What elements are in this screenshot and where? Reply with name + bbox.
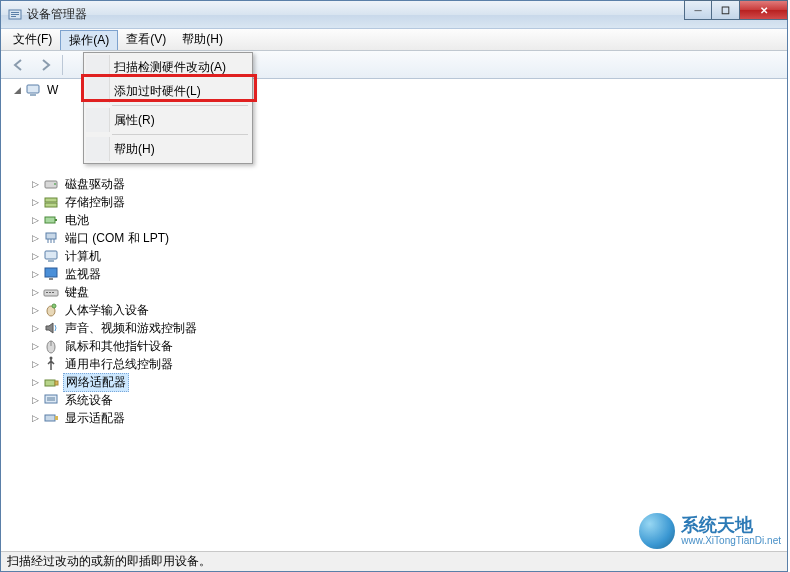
svg-rect-11 [55, 219, 57, 221]
tree-item-label: 键盘 [63, 284, 91, 301]
svg-rect-20 [52, 292, 54, 293]
svg-rect-18 [46, 292, 48, 293]
menu-item-label: 添加过时硬件(L) [114, 83, 201, 100]
tree-item-label: 人体学输入设备 [63, 302, 151, 319]
menubar: 文件(F) 操作(A) 查看(V) 帮助(H) [1, 29, 787, 51]
tree-item[interactable]: ▷系统设备 [5, 391, 783, 409]
expand-icon[interactable]: ▷ [29, 412, 41, 424]
expand-icon[interactable]: ▷ [29, 232, 41, 244]
keyboard-icon [43, 284, 59, 300]
svg-rect-26 [45, 380, 55, 386]
tree-item-label: 磁盘驱动器 [63, 176, 127, 193]
tree-item-label: 鼠标和其他指针设备 [63, 338, 175, 355]
svg-point-7 [54, 183, 56, 185]
statusbar: 扫描经过改动的或新的即插即用设备。 [1, 551, 787, 571]
tree-item[interactable]: ▷人体学输入设备 [5, 301, 783, 319]
svg-rect-1 [11, 12, 19, 13]
expand-icon[interactable]: ▷ [29, 322, 41, 334]
svg-rect-10 [45, 217, 55, 223]
svg-rect-9 [45, 203, 57, 207]
tree-item[interactable]: ▷监视器 [5, 265, 783, 283]
svg-rect-15 [45, 268, 57, 277]
port-icon [43, 230, 59, 246]
tree-root-label: W [45, 83, 60, 97]
svg-rect-30 [45, 415, 55, 421]
minimize-button[interactable]: ─ [684, 0, 712, 20]
tree-item[interactable]: ▷声音、视频和游戏控制器 [5, 319, 783, 337]
computer-icon [43, 248, 59, 264]
svg-rect-4 [27, 85, 39, 93]
svg-point-25 [50, 357, 53, 360]
device-manager-window: 设备管理器 ─ ☐ ✕ 文件(F) 操作(A) 查看(V) 帮助(H) ◢ W … [0, 0, 788, 572]
app-icon [7, 7, 23, 23]
disk-drive-icon [43, 176, 59, 192]
watermark-url: www.XiTongTianDi.net [681, 535, 781, 546]
menu-item-label: 帮助(H) [114, 141, 155, 158]
display-adapter-icon [43, 410, 59, 426]
svg-rect-31 [55, 416, 58, 420]
expand-icon[interactable]: ▷ [29, 394, 41, 406]
system-device-icon [43, 392, 59, 408]
mouse-icon [43, 338, 59, 354]
tree-item-label: 端口 (COM 和 LPT) [63, 230, 171, 247]
computer-icon [25, 82, 41, 98]
tree-item-label: 网络适配器 [63, 373, 129, 392]
tree-item[interactable]: ▷网络适配器 [5, 373, 783, 391]
menu-item-help[interactable]: 帮助(H) [86, 137, 250, 161]
expand-icon[interactable]: ▷ [29, 196, 41, 208]
menu-item-properties[interactable]: 属性(R) [86, 108, 250, 132]
menu-action[interactable]: 操作(A) [60, 30, 118, 50]
tree-item-label: 显示适配器 [63, 410, 127, 427]
svg-rect-2 [11, 14, 19, 15]
svg-rect-5 [30, 94, 36, 96]
expand-icon[interactable]: ▷ [29, 340, 41, 352]
tree-item-label: 通用串行总线控制器 [63, 356, 175, 373]
expand-icon[interactable]: ▷ [29, 358, 41, 370]
action-dropdown: 扫描检测硬件改动(A) 添加过时硬件(L) 属性(R) 帮助(H) [83, 52, 253, 164]
globe-icon [639, 513, 675, 549]
svg-rect-14 [48, 260, 54, 262]
svg-rect-8 [45, 198, 57, 202]
tree-item[interactable]: ▷端口 (COM 和 LPT) [5, 229, 783, 247]
expand-icon[interactable]: ▷ [29, 214, 41, 226]
menu-item-add-legacy-hardware[interactable]: 添加过时硬件(L) [86, 79, 250, 103]
battery-icon [43, 212, 59, 228]
close-button[interactable]: ✕ [740, 0, 788, 20]
expand-icon[interactable]: ▷ [29, 304, 41, 316]
tree-item[interactable]: ▷计算机 [5, 247, 783, 265]
expand-icon[interactable]: ▷ [29, 268, 41, 280]
tree-item[interactable]: ▷磁盘驱动器 [5, 175, 783, 193]
tree-item-label: 计算机 [63, 248, 103, 265]
expand-icon[interactable]: ▷ [29, 250, 41, 262]
menu-item-scan-hardware[interactable]: 扫描检测硬件改动(A) [86, 55, 250, 79]
tree-item[interactable]: ▷电池 [5, 211, 783, 229]
window-controls: ─ ☐ ✕ [684, 0, 788, 20]
expand-icon[interactable]: ▷ [29, 376, 41, 388]
back-button[interactable] [7, 54, 31, 76]
svg-rect-27 [55, 381, 58, 385]
menu-item-label: 扫描检测硬件改动(A) [114, 59, 226, 76]
window-title: 设备管理器 [27, 6, 787, 23]
maximize-button[interactable]: ☐ [712, 0, 740, 20]
tree-item[interactable]: ▷显示适配器 [5, 409, 783, 427]
svg-rect-29 [47, 397, 55, 401]
expand-icon[interactable]: ▷ [29, 286, 41, 298]
tree-item-label: 监视器 [63, 266, 103, 283]
sound-icon [43, 320, 59, 336]
svg-rect-13 [45, 251, 57, 259]
toolbar-separator [62, 55, 63, 75]
tree-item[interactable]: ▷键盘 [5, 283, 783, 301]
titlebar[interactable]: 设备管理器 ─ ☐ ✕ [1, 1, 787, 29]
tree-item[interactable]: ▷通用串行总线控制器 [5, 355, 783, 373]
forward-button[interactable] [33, 54, 57, 76]
storage-controller-icon [43, 194, 59, 210]
tree-item-label: 电池 [63, 212, 91, 229]
menu-view[interactable]: 查看(V) [118, 29, 174, 50]
menu-file[interactable]: 文件(F) [5, 29, 60, 50]
expand-icon[interactable]: ▷ [29, 178, 41, 190]
tree-item[interactable]: ▷存储控制器 [5, 193, 783, 211]
menu-separator [112, 134, 248, 135]
menu-help[interactable]: 帮助(H) [174, 29, 231, 50]
tree-item[interactable]: ▷鼠标和其他指针设备 [5, 337, 783, 355]
collapse-icon[interactable]: ◢ [11, 84, 23, 96]
